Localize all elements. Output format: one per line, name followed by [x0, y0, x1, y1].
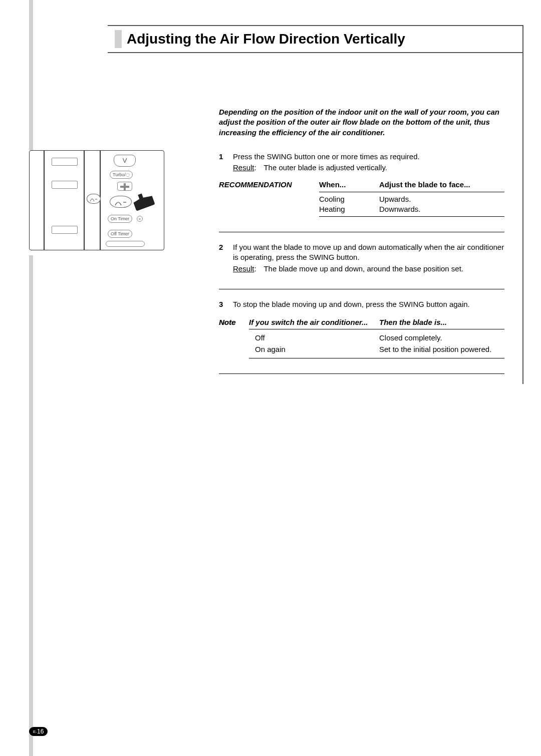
result-label: Result: [233, 163, 254, 172]
divider: [219, 232, 504, 232]
turbo-button-label: Turbo/◌: [110, 171, 133, 179]
divider: [219, 289, 504, 289]
table-row: On again Set to the initial position pow…: [249, 344, 504, 355]
step-number: 2: [219, 242, 233, 274]
table-row: Off Closed completely.: [249, 332, 504, 343]
step-1: 1 Press the SWING button one or more tim…: [219, 152, 504, 173]
page-title: Adjusting the Air Flow Direction Vertica…: [127, 31, 405, 47]
rec-cell: Upwards.: [379, 194, 504, 204]
table-row: Cooling Upwards.: [319, 194, 504, 204]
title-accent: [115, 30, 122, 48]
result-text: : The outer blade is adjusted vertically…: [254, 163, 387, 172]
off-timer-button: Off Timer: [108, 230, 132, 238]
note-head-then: Then the blade is...: [379, 317, 504, 327]
remote-divider: [84, 151, 85, 250]
rec-cell: Cooling: [319, 194, 379, 204]
step-result: Result: The blade move up and down, arou…: [233, 264, 504, 274]
note-body: Off Closed completely. On again Set to t…: [249, 329, 504, 358]
recommendation-block: RECOMMENDATION When... Adjust the blade …: [219, 180, 504, 217]
step-body: To stop the blade moving up and down, pr…: [233, 299, 504, 309]
on-timer-button: On Timer: [108, 215, 132, 223]
clock-icon: ✳: [137, 216, 143, 222]
intro-paragraph: Depending on the position of the indoor …: [219, 107, 504, 138]
turbo-text: Turbo/: [113, 172, 126, 177]
page-number-badge: E-16: [29, 727, 48, 736]
remote-illustration: V Turbo/◌ On Timer ✳ Off Timer: [29, 150, 164, 255]
rec-cell: Heating: [319, 204, 379, 214]
step-2: 2 If you want the blade to move up and d…: [219, 242, 504, 274]
text-column: Depending on the position of the indoor …: [219, 107, 504, 384]
step-number: 1: [219, 152, 233, 173]
note-label: Note: [219, 317, 249, 358]
result-text: : The blade move up and down, around the…: [254, 264, 464, 273]
note-header: If you switch the air conditioner... The…: [249, 317, 504, 329]
step-body: If you want the blade to move up and dow…: [233, 242, 504, 274]
recommendation-table: When... Adjust the blade to face... Cool…: [319, 180, 504, 217]
remote-display-slot: [52, 158, 78, 166]
remote-base-slot: [106, 241, 145, 247]
note-cell: Off: [249, 333, 379, 343]
note-table: If you switch the air conditioner... The…: [249, 317, 504, 358]
recommendation-header: When... Adjust the blade to face...: [319, 180, 504, 192]
down-v-button: V: [114, 155, 136, 167]
rec-cell: Downwards.: [379, 204, 504, 214]
page-number-prefix: E-: [33, 729, 37, 734]
rec-head-adjust: Adjust the blade to face...: [379, 180, 504, 190]
table-row: Heating Downwards.: [319, 204, 504, 214]
left-margin-bar: [29, 0, 33, 756]
step-result: Result: The outer blade is adjusted vert…: [233, 163, 504, 173]
page-number: 16: [37, 728, 44, 735]
note-cell: On again: [249, 344, 379, 354]
recommendation-label: RECOMMENDATION: [219, 180, 319, 217]
content-area: Depending on the position of the indoor …: [108, 53, 522, 384]
divider: [219, 373, 504, 374]
swing-button-highlight: [110, 196, 132, 208]
step-text: To stop the blade moving up and down, pr…: [233, 300, 470, 308]
recommendation-body: Cooling Upwards. Heating Downwards.: [319, 192, 504, 217]
swing-icon: [87, 194, 101, 204]
note-head-if: If you switch the air conditioner...: [249, 317, 379, 327]
remote-divider: [44, 151, 45, 250]
page-frame: Adjusting the Air Flow Direction Vertica…: [108, 25, 523, 384]
step-3: 3 To stop the blade moving up and down, …: [219, 299, 504, 309]
rec-head-when: When...: [319, 180, 379, 190]
step-text: Press the SWING button one or more times…: [233, 152, 420, 161]
swing-glyph-icon: [87, 194, 101, 204]
result-label: Result: [233, 264, 254, 273]
title-band: Adjusting the Air Flow Direction Vertica…: [108, 26, 522, 53]
clock-icon: ◌: [126, 172, 130, 177]
note-block: Note If you switch the air conditioner..…: [219, 317, 504, 358]
note-cell: Closed completely.: [379, 333, 504, 343]
step-text: If you want the blade to move up and dow…: [233, 243, 504, 261]
swing-glyph-icon: [110, 196, 132, 208]
dpad-icon: [117, 182, 132, 191]
step-body: Press the SWING button one or more times…: [233, 152, 504, 173]
note-cell: Set to the initial position powered.: [379, 344, 504, 354]
remote-display-slot: [52, 226, 78, 234]
step-number: 3: [219, 299, 233, 309]
remote-display-slot: [52, 181, 78, 189]
